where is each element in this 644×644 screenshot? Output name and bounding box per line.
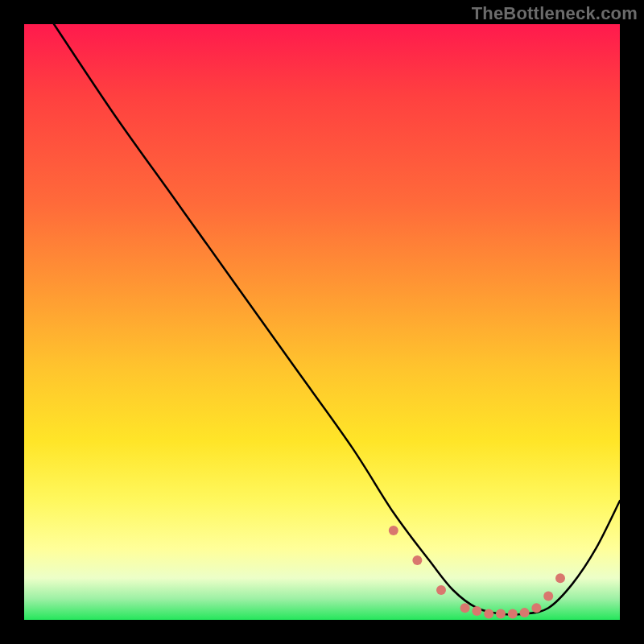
highlight-dot [389, 526, 398, 535]
chart-svg [24, 24, 620, 620]
highlight-dot [520, 608, 530, 617]
highlight-dot [436, 585, 446, 595]
highlight-dot [412, 555, 422, 565]
chart-frame: TheBottleneck.com [0, 0, 644, 644]
highlight-dot [543, 591, 553, 601]
highlight-dot [531, 603, 541, 613]
highlight-dot [508, 609, 518, 619]
highlight-dots-group [389, 526, 565, 619]
highlight-dot [496, 609, 506, 619]
watermark-label: TheBottleneck.com [472, 3, 638, 24]
bottleneck-curve [54, 24, 620, 615]
highlight-dot [555, 573, 565, 583]
highlight-dot [472, 606, 481, 616]
plot-area [24, 24, 620, 620]
highlight-dot [460, 603, 470, 613]
highlight-dot [484, 609, 493, 619]
